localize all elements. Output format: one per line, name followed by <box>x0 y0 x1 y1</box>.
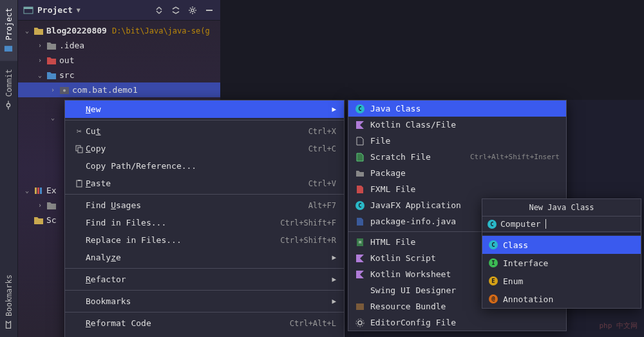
menu-item-copypath[interactable]: Copy Path/Reference... <box>65 157 344 175</box>
menu-shortcut: Ctrl+V <box>308 179 336 188</box>
chevron-right-icon: › <box>36 42 44 49</box>
package-icon <box>59 86 70 95</box>
popup-item-annotation[interactable]: @ Annotation <box>482 290 641 308</box>
chevron-right-icon: › <box>36 202 44 209</box>
sub-item-fxml[interactable]: FXML File <box>348 181 566 197</box>
sub-item-kotlinclass[interactable]: Kotlin Class/File <box>348 117 566 133</box>
sub-item-editorconfig[interactable]: EditorConfig File <box>348 314 566 331</box>
folder-icon <box>46 56 57 65</box>
gutter-tab-project[interactable]: Project <box>0 0 17 61</box>
tree-row-package[interactable]: › com.bat.demo1 <box>18 82 220 97</box>
menu-separator <box>65 120 344 120</box>
sub-label: Package <box>370 168 560 178</box>
chevron-down-icon: ⌄ <box>36 72 44 79</box>
menu-shortcut: Ctrl+Shift+F <box>280 218 336 227</box>
copy-icon <box>73 144 86 153</box>
svg-point-6 <box>191 9 194 12</box>
menu-separator <box>65 312 344 313</box>
panel-title-text: Project <box>37 5 73 15</box>
annotation-icon: @ <box>489 294 498 303</box>
tree-label: Blog20220809 <box>46 26 107 35</box>
popup-item-label: Interface <box>503 258 548 268</box>
menu-label: Copy Path/Reference... <box>86 161 336 171</box>
menu-item-new[interactable]: New ▶ <box>65 101 344 118</box>
menu-item-copy[interactable]: Copy Ctrl+C <box>65 140 344 157</box>
menu-label: Find Usages <box>86 200 308 210</box>
expand-all-icon[interactable] <box>170 5 182 16</box>
commit-icon <box>5 101 14 110</box>
popup-item-label: Enum <box>503 276 523 286</box>
menu-label: Refactor <box>86 274 332 284</box>
menu-item-findinfiles[interactable]: Find in Files... Ctrl+Shift+F <box>65 214 344 231</box>
tree-row-out[interactable]: › out <box>18 53 220 68</box>
popup-item-class[interactable]: C Class <box>482 236 641 254</box>
menu-label: Bookmarks <box>86 296 332 306</box>
menu-shortcut: Ctrl+Alt+L <box>290 319 336 328</box>
project-view-icon <box>23 5 33 15</box>
menu-item-bookmarks[interactable]: Bookmarks ▶ <box>65 293 344 310</box>
new-java-class-popup: New Java Class C Computer C Class I Inte… <box>482 198 641 309</box>
sub-label: Scratch File <box>370 152 465 162</box>
menu-separator <box>65 290 344 291</box>
sub-item-file[interactable]: File <box>348 133 566 149</box>
popup-separator <box>482 233 641 235</box>
svg-rect-16 <box>78 180 80 181</box>
enum-icon: E <box>489 276 498 285</box>
panel-header: Project ▼ <box>18 0 220 21</box>
sub-label: FXML File <box>370 184 560 194</box>
submenu-arrow-icon: ▶ <box>332 105 336 113</box>
gear-icon <box>355 318 365 328</box>
menu-item-replaceinfiles[interactable]: Replace in Files... Ctrl+Shift+R <box>65 231 344 249</box>
class-icon: C <box>355 104 365 113</box>
select-opened-file-icon[interactable] <box>153 5 165 16</box>
tree-label: com.bat.demo1 <box>72 85 138 95</box>
menu-item-optimize[interactable]: Optimize Imports Ctrl+Alt+O <box>65 332 344 337</box>
svg-rect-19 <box>356 303 364 310</box>
minimize-icon[interactable] <box>204 5 215 16</box>
chevron-down-icon: ⌄ <box>23 187 31 194</box>
kotlin-icon <box>355 120 365 130</box>
menu-item-cut[interactable]: ✂ Cut Ctrl+X <box>65 122 344 140</box>
scratch-icon <box>33 216 44 225</box>
dropdown-arrow-icon: ▼ <box>77 6 80 14</box>
tree-row-src[interactable]: ⌄ src <box>18 68 220 82</box>
menu-shortcut: Ctrl+Shift+R <box>280 236 336 245</box>
sub-item-scratchfile[interactable]: Scratch File Ctrl+Alt+Shift+Insert <box>348 149 566 165</box>
menu-separator <box>65 268 344 269</box>
menu-label: Reformat Code <box>86 318 290 328</box>
sub-shortcut: Ctrl+Alt+Shift+Insert <box>470 153 560 161</box>
svg-rect-15 <box>77 180 82 187</box>
menu-item-refactor[interactable]: Refactor ▶ <box>65 271 344 288</box>
tree-row-root[interactable]: ⌄ Blog20220809 D:\bit\Java\java-se(g <box>18 23 220 38</box>
menu-item-reformat[interactable]: Reformat Code Ctrl+Alt+L <box>65 314 344 332</box>
menu-item-analyze[interactable]: Analyze ▶ <box>65 249 344 266</box>
bookmark-icon <box>5 320 14 329</box>
gutter-tab-bookmarks[interactable]: Bookmarks <box>0 267 17 337</box>
panel-title-dropdown[interactable]: Project ▼ <box>23 5 153 15</box>
popup-item-enum[interactable]: E Enum <box>482 272 641 290</box>
svg-text:H: H <box>359 240 361 244</box>
menu-label: Copy <box>86 144 308 153</box>
menu-label: Replace in Files... <box>86 235 280 245</box>
class-icon: C <box>489 240 498 249</box>
gear-icon[interactable] <box>187 5 198 16</box>
menu-label: New <box>86 104 332 114</box>
paste-icon <box>73 179 86 188</box>
svg-rect-11 <box>37 188 39 194</box>
popup-item-label: Annotation <box>503 294 553 304</box>
svg-rect-5 <box>24 7 33 9</box>
left-gutter: Project Commit Bookmarks <box>0 0 18 337</box>
popup-input-row[interactable]: C Computer <box>482 217 641 232</box>
tree-label: .idea <box>59 41 84 50</box>
sub-item-javaclass[interactable]: C Java Class <box>348 101 566 117</box>
tree-row-idea[interactable]: › .idea <box>18 38 220 53</box>
tree-label: out <box>59 55 74 65</box>
popup-item-interface[interactable]: I Interface <box>482 254 641 272</box>
menu-item-findusages[interactable]: Find Usages Alt+F7 <box>65 197 344 214</box>
class-name-input[interactable]: Computer <box>500 219 636 229</box>
gutter-tab-commit[interactable]: Commit <box>0 61 17 117</box>
folder-icon <box>46 41 57 50</box>
menu-item-paste[interactable]: Paste Ctrl+V <box>65 175 344 192</box>
scratch-file-icon <box>355 152 365 162</box>
sub-item-package[interactable]: Package <box>348 165 566 181</box>
